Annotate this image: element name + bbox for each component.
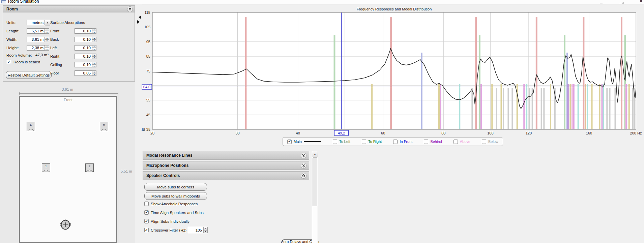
surface-input[interactable]: 0,10: [75, 37, 92, 42]
panel-header-microphone-positions[interactable]: Microphone Positions: [143, 161, 309, 170]
spinner-up-icon[interactable]: ▲: [45, 28, 49, 31]
y-tick-label: 45: [146, 113, 150, 117]
x-tick-label: 40: [296, 131, 300, 135]
splitter-expand-right-icon[interactable]: [137, 20, 141, 24]
spinner-up-icon[interactable]: ▲: [203, 227, 208, 230]
checkbox-label: Crossover Filter (Hz): [151, 228, 186, 232]
legend-label: In Front: [400, 140, 412, 144]
chart-title: Frequency Responses and Modal Distributi…: [357, 7, 432, 11]
scrollbar-thumb[interactable]: [313, 157, 317, 206]
crossover-filter-spinner[interactable]: ▲ ▼: [203, 227, 208, 233]
y-tick-label: 95: [146, 40, 150, 44]
move-subs-corners-button[interactable]: Move subs to corners: [144, 183, 207, 191]
dim-spinner[interactable]: ▲▼: [45, 37, 49, 42]
legend-checkbox[interactable]: [287, 140, 292, 144]
room-sealed-label: Room is sealed: [13, 60, 40, 64]
crossover-filter-input[interactable]: 105: [188, 227, 203, 233]
subwoofer-1[interactable]: 1: [42, 163, 50, 172]
checkbox-crossover-filter-hz-[interactable]: [144, 228, 149, 232]
spinner-up-icon[interactable]: ▲: [92, 28, 96, 31]
panel-header-modal-resonance-lines[interactable]: Modal Resonance Lines: [143, 151, 309, 160]
chevron-double-down-icon: [301, 163, 306, 168]
units-select[interactable]: metres: [27, 20, 45, 25]
panel-scrollbar[interactable]: ▲: [312, 151, 318, 243]
expand-button[interactable]: [301, 163, 306, 169]
subwoofer-2[interactable]: 2: [85, 163, 94, 172]
room-panel: Room Units: metres ▼ Length:5,51 m▲▼Widt…: [3, 5, 135, 82]
dim-label: Length:: [6, 29, 19, 33]
checkbox-time-align-speakers-and-subs[interactable]: [144, 210, 149, 215]
legend-label: To Right: [368, 140, 382, 144]
minimize-icon[interactable]: [596, 0, 606, 4]
legend-checkbox[interactable]: [362, 140, 366, 144]
scrollbar-up-icon[interactable]: ▲: [312, 151, 318, 157]
room-panel-header[interactable]: Room: [3, 6, 135, 12]
surface-input[interactable]: 0,10: [75, 28, 92, 34]
surface-spinner[interactable]: ▲▼: [92, 45, 96, 51]
spinner-down-icon[interactable]: ▼: [92, 39, 96, 42]
legend-checkbox[interactable]: [424, 140, 428, 144]
dim-input[interactable]: 5,51 m: [27, 28, 45, 34]
spinner-down-icon[interactable]: ▼: [45, 39, 49, 42]
spinner-down-icon[interactable]: ▼: [92, 31, 96, 34]
restore-defaults-button[interactable]: Restore Default Settings: [6, 71, 52, 79]
legend-item-above: Above: [453, 140, 470, 144]
spinner-down-icon[interactable]: ▼: [92, 73, 96, 76]
chevron-down-icon: ▼: [47, 22, 49, 24]
surface-label: Ceiling: [50, 63, 62, 67]
spinner-up-icon[interactable]: ▲: [92, 62, 96, 65]
surface-spinner[interactable]: ▲▼: [92, 28, 96, 34]
panel-title: Modal Resonance Lines: [146, 153, 193, 158]
spinner-up-icon[interactable]: ▲: [45, 37, 49, 39]
spinner-down-icon[interactable]: ▼: [203, 230, 208, 234]
panel-header-speaker-controls[interactable]: Speaker Controls: [143, 171, 309, 180]
expand-button[interactable]: [301, 153, 306, 158]
frequency-response-chart[interactable]: Frequency Responses and Modal Distributi…: [142, 4, 644, 138]
splitter[interactable]: [135, 4, 142, 243]
legend-checkbox[interactable]: [482, 140, 486, 144]
y-tick-label: 75: [146, 69, 150, 73]
surface-spinner[interactable]: ▲▼: [92, 37, 96, 42]
legend-item-below: Below: [482, 140, 498, 144]
spinner-up-icon[interactable]: ▲: [92, 54, 96, 56]
spinner-up-icon[interactable]: ▲: [92, 37, 96, 39]
dim-input[interactable]: 3,61 m: [27, 37, 45, 42]
legend-label: To Left: [339, 140, 350, 144]
close-icon[interactable]: ×: [636, 0, 644, 4]
spinner-up-icon[interactable]: ▲: [45, 45, 49, 48]
legend-checkbox[interactable]: [333, 140, 337, 144]
spinner-up-icon[interactable]: ▲: [92, 45, 96, 48]
speaker-left[interactable]: L: [27, 122, 35, 131]
legend-checkbox[interactable]: [393, 140, 398, 144]
dim-spinner[interactable]: ▲▼: [45, 45, 49, 51]
surface-input[interactable]: 0,10: [75, 45, 92, 51]
checkbox-show-anechoic-responses[interactable]: [144, 202, 149, 206]
checkbox-align-subs-individually[interactable]: [144, 219, 149, 223]
collapse-panel-button[interactable]: [127, 6, 133, 12]
surface-input[interactable]: 0,05: [75, 70, 92, 76]
collapse-button[interactable]: [301, 173, 306, 179]
dim-input[interactable]: 2,38 m: [27, 45, 45, 51]
room-sealed-checkbox[interactable]: [7, 60, 11, 64]
spinner-down-icon[interactable]: ▼: [92, 65, 96, 67]
splitter-collapse-left-icon[interactable]: [137, 16, 141, 19]
legend-checkbox[interactable]: [453, 140, 458, 144]
listener-head-icon[interactable]: [60, 218, 71, 231]
move-subs-midpoints-button[interactable]: Move subs to wall midpoints: [144, 192, 207, 200]
room-volume-label: Room Volume:: [6, 53, 32, 57]
surface-spinner[interactable]: ▲▼: [92, 70, 96, 76]
surface-input[interactable]: 0,10: [75, 62, 92, 67]
dim-spinner[interactable]: ▲▼: [45, 28, 49, 34]
surface-spinner[interactable]: ▲▼: [92, 54, 96, 59]
surface-spinner[interactable]: ▲▼: [92, 62, 96, 67]
spinner-down-icon[interactable]: ▼: [45, 48, 49, 51]
speaker-right[interactable]: R: [100, 122, 108, 131]
surface-input[interactable]: 0,10: [75, 54, 92, 59]
spinner-down-icon[interactable]: ▼: [92, 56, 96, 59]
spinner-down-icon[interactable]: ▼: [45, 31, 49, 34]
units-dropdown-button[interactable]: ▼: [45, 20, 50, 26]
chevron-double-up-icon: [301, 174, 306, 178]
svg-text:2: 2: [89, 164, 90, 168]
spinner-down-icon[interactable]: ▼: [92, 48, 96, 51]
spinner-up-icon[interactable]: ▲: [92, 70, 96, 73]
